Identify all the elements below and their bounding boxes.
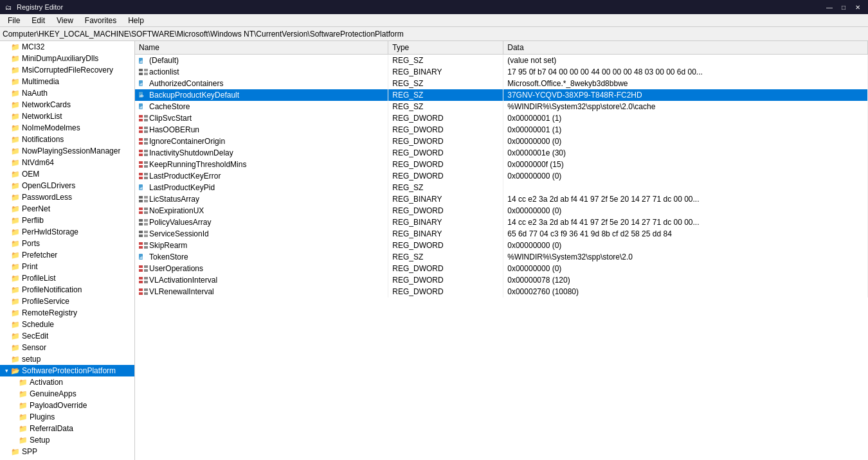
tree-item-perhwld[interactable]: 📁PerHwIdStorage — [0, 226, 134, 238]
tree-item-spp[interactable]: 📁SPP — [0, 446, 134, 457]
tree-item-mci32[interactable]: 📁MCI32 — [0, 41, 134, 53]
tree-item-profileservice[interactable]: 📁ProfileService — [0, 296, 134, 307]
maximize-button[interactable]: □ — [837, 2, 850, 12]
tree-item-networklist[interactable]: 📁NetworkList — [0, 111, 134, 122]
tree-item-genuineapps[interactable]: 📁GenuineApps — [0, 388, 134, 400]
table-row[interactable]: ServiceSessionIdREG_BINARY65 6d 77 04 c3… — [135, 228, 868, 240]
tree-toggle-ntvdm64[interactable] — [3, 159, 10, 166]
table-row[interactable]: abBackupProductKeyDefaultREG_SZ37GNV-YCQ… — [135, 89, 868, 101]
menu-item-favorites[interactable]: Favorites — [80, 15, 122, 26]
tree-toggle-prefetcher[interactable] — [3, 251, 10, 259]
table-row[interactable]: VLActivationIntervalREG_DWORD0x00000078 … — [135, 274, 868, 286]
values-panel[interactable]: Name Type Data ab(Default)REG_SZ(value n… — [135, 41, 868, 460]
tree-item-profilelist[interactable]: 📁ProfileList — [0, 272, 134, 284]
menu-item-view[interactable]: View — [51, 15, 78, 26]
tree-item-passwordless[interactable]: 📁PasswordLess — [0, 191, 134, 203]
table-row[interactable]: abTokenStoreREG_SZ%WINDIR%\System32\spp\… — [135, 251, 868, 263]
tree-item-msicorrupted[interactable]: 📁MsiCorruptedFileRecovery — [0, 64, 134, 76]
close-button[interactable]: ✕ — [851, 2, 864, 12]
tree-item-setup[interactable]: 📁setup — [0, 353, 134, 365]
tree-item-print[interactable]: 📁Print — [0, 261, 134, 272]
tree-toggle-networkcards[interactable] — [3, 101, 10, 109]
tree-item-setupchild[interactable]: 📁Setup — [0, 434, 134, 446]
tree-item-referraldata[interactable]: 📁ReferralData — [0, 423, 134, 434]
tree-toggle-multimedia[interactable] — [3, 78, 10, 85]
tree-toggle-profilelist[interactable] — [3, 274, 10, 282]
menu-item-file[interactable]: File — [3, 15, 25, 26]
tree-toggle-print[interactable] — [3, 263, 10, 270]
tree-panel[interactable]: 📁MCI32📁MiniDumpAuxiliaryDlls📁MsiCorrupte… — [0, 41, 135, 460]
table-row[interactable]: HasOOBERunREG_DWORD0x00000001 (1) — [135, 124, 868, 136]
tree-toggle-perhwld[interactable] — [3, 228, 10, 236]
tree-toggle-mci32[interactable] — [3, 43, 10, 51]
tree-item-prefetcher[interactable]: 📁Prefetcher — [0, 249, 134, 261]
tree-toggle-msicorrupted[interactable] — [3, 66, 10, 74]
tree-toggle-setup[interactable] — [3, 355, 10, 363]
table-row[interactable]: InactivityShutdownDelayREG_DWORD0x000000… — [135, 147, 868, 159]
tree-toggle-plugins[interactable] — [10, 413, 18, 421]
tree-item-secedit[interactable]: 📁SecEdit — [0, 330, 134, 342]
tree-item-profilenotification[interactable]: 📁ProfileNotification — [0, 284, 134, 296]
tree-item-nowplaying[interactable]: 📁NowPlayingSessionManager — [0, 145, 134, 157]
table-row[interactable]: abAuthorizedContainersREG_SZMicrosoft.Of… — [135, 78, 868, 89]
tree-toggle-profilenotification[interactable] — [3, 286, 10, 294]
tree-toggle-secedit[interactable] — [3, 332, 10, 340]
tree-item-sensor[interactable]: 📁Sensor — [0, 342, 134, 353]
tree-toggle-oem[interactable] — [3, 170, 10, 178]
tree-item-nolmemodelmes[interactable]: 📁NoImeModelmes — [0, 122, 134, 134]
tree-item-perflib[interactable]: 📁Perflib — [0, 215, 134, 226]
tree-item-softwareprotection[interactable]: ▾📂SoftwareProtectionPlatform — [0, 365, 134, 376]
tree-item-ntvdm64[interactable]: 📁NtVdm64 — [0, 157, 134, 168]
tree-item-payloadoverride[interactable]: 📁PayloadOverride — [0, 400, 134, 411]
tree-toggle-spp[interactable] — [3, 448, 10, 456]
tree-item-naauth[interactable]: 📁NaAuth — [0, 87, 134, 99]
table-row[interactable]: PolicyValuesArrayREG_BINARY14 cc e2 3a 2… — [135, 217, 868, 228]
tree-toggle-schedule[interactable] — [3, 321, 10, 328]
minimize-button[interactable]: — — [823, 2, 836, 12]
tree-toggle-remoteregistry[interactable] — [3, 309, 10, 317]
tree-toggle-setupchild[interactable] — [10, 436, 18, 444]
column-header-name[interactable]: Name — [135, 41, 388, 55]
tree-toggle-sensor[interactable] — [3, 344, 10, 351]
tree-toggle-payloadoverride[interactable] — [10, 402, 18, 409]
tree-toggle-ports[interactable] — [3, 240, 10, 247]
tree-toggle-genuineapps[interactable] — [10, 390, 18, 398]
tree-toggle-passwordless[interactable] — [3, 193, 10, 201]
tree-toggle-softwareprotection[interactable]: ▾ — [3, 367, 10, 375]
tree-toggle-referraldata[interactable] — [10, 425, 18, 432]
tree-toggle-nolmemodelmes[interactable] — [3, 124, 10, 132]
tree-toggle-peernet[interactable] — [3, 205, 10, 213]
tree-item-remoteregistry[interactable]: 📁RemoteRegistry — [0, 307, 134, 319]
table-row[interactable]: KeepRunningThresholdMinsREG_DWORD0x00000… — [135, 159, 868, 170]
table-row[interactable]: IgnoreContainerOriginREG_DWORD0x00000000… — [135, 136, 868, 147]
tree-item-activation[interactable]: 📁Activation — [0, 376, 134, 388]
menu-item-edit[interactable]: Edit — [26, 15, 50, 26]
tree-item-minidump[interactable]: 📁MiniDumpAuxiliaryDlls — [0, 53, 134, 64]
table-row[interactable]: ab(Default)REG_SZ(value not set) — [135, 55, 868, 66]
table-row[interactable]: ClipSvcStartREG_DWORD0x00000001 (1) — [135, 112, 868, 124]
table-row[interactable]: actionlistREG_BINARY17 95 0f b7 04 00 00… — [135, 66, 868, 78]
tree-toggle-opengl[interactable] — [3, 182, 10, 190]
tree-item-oem[interactable]: 📁OEM — [0, 168, 134, 180]
tree-toggle-networklist[interactable] — [3, 112, 10, 120]
tree-item-multimedia[interactable]: 📁Multimedia — [0, 76, 134, 87]
column-header-data[interactable]: Data — [503, 41, 868, 55]
table-row[interactable]: SkipRearmREG_DWORD0x00000000 (0) — [135, 240, 868, 251]
tree-toggle-notifications[interactable] — [3, 136, 10, 143]
tree-toggle-nowplaying[interactable] — [3, 147, 10, 155]
table-row[interactable]: abLastProductKeyPidREG_SZ — [135, 182, 868, 193]
tree-toggle-perflib[interactable] — [3, 217, 10, 224]
table-row[interactable]: LicStatusArrayREG_BINARY14 cc e2 3a 2d a… — [135, 193, 868, 205]
table-row[interactable]: LastProductKeyErrorREG_DWORD0x00000000 (… — [135, 170, 868, 182]
table-row[interactable]: VLRenewalIntervalREG_DWORD0x00002760 (10… — [135, 286, 868, 297]
table-row[interactable]: UserOperationsREG_DWORD0x00000000 (0) — [135, 263, 868, 274]
tree-toggle-profileservice[interactable] — [3, 297, 10, 305]
tree-item-plugins[interactable]: 📁Plugins — [0, 411, 134, 423]
tree-item-notifications[interactable]: 📁Notifications — [0, 134, 134, 145]
tree-item-peernet[interactable]: 📁PeerNet — [0, 203, 134, 215]
tree-toggle-naauth[interactable] — [3, 89, 10, 97]
tree-item-networkcards[interactable]: 📁NetworkCards — [0, 99, 134, 111]
tree-toggle-minidump[interactable] — [3, 55, 10, 62]
tree-item-schedule[interactable]: 📁Schedule — [0, 319, 134, 330]
tree-toggle-activation[interactable] — [10, 378, 18, 386]
